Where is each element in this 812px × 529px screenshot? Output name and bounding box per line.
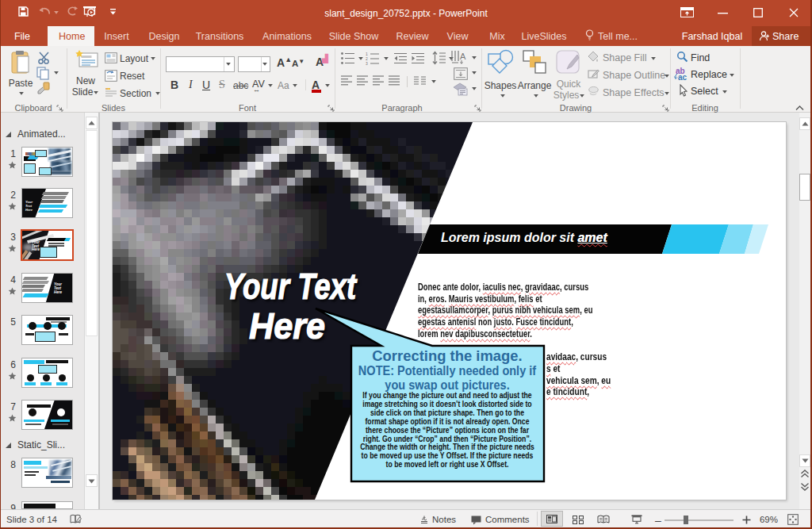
svg-text:A: A — [460, 52, 466, 61]
svg-text:3: 3 — [366, 61, 368, 65]
